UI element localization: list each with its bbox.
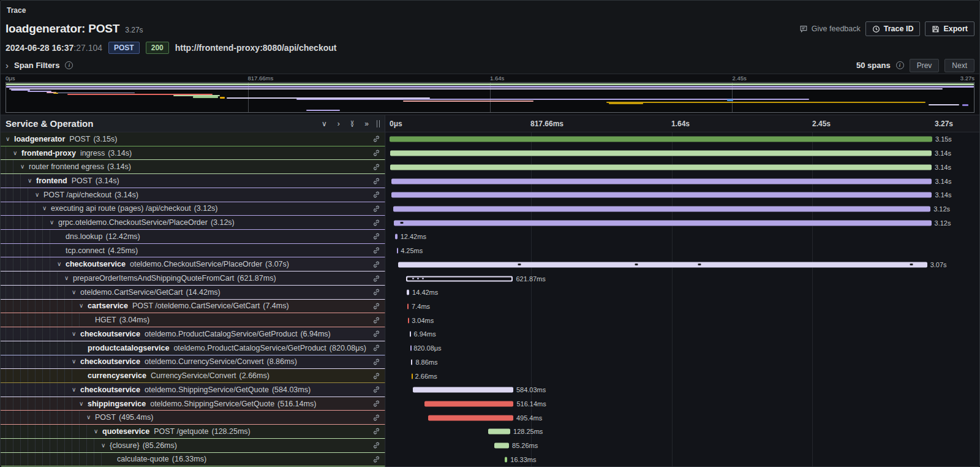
export-button[interactable]: Export — [925, 21, 974, 36]
span-link-icon[interactable] — [372, 330, 380, 338]
span-bar-cell[interactable]: 820.08μs — [385, 341, 979, 355]
expand-all-icon[interactable]: » — [364, 120, 369, 127]
span-bar-cell[interactable]: 128.25ms — [385, 425, 979, 439]
prev-button[interactable]: Prev — [910, 59, 940, 72]
span-row[interactable]: ∨ checkoutservice oteldemo.CurrencyServi… — [1, 355, 979, 370]
collapse-all-icon[interactable]: ∨∨ — [350, 121, 355, 127]
span-label-cell[interactable]: ∨ POST (495.4ms) — [1, 411, 385, 425]
span-bar[interactable] — [394, 220, 932, 226]
span-link-icon[interactable] — [372, 288, 380, 296]
expand-one-icon[interactable]: › — [337, 120, 340, 127]
pane-resize-handle[interactable] — [377, 120, 380, 127]
span-label-cell[interactable]: ∨ HGET (3.04ms) — [1, 313, 385, 327]
trace-minimap[interactable]: 0μs817.66ms1.64s2.45s3.27s — [1, 74, 979, 115]
span-bar[interactable] — [390, 151, 932, 156]
span-link-icon[interactable] — [372, 177, 380, 185]
span-label-cell[interactable]: ∨ calculate-quote (16.33ms) — [1, 453, 385, 466]
span-row[interactable]: ∨ prepareOrderItemsAndShippingQuoteFromC… — [1, 271, 979, 286]
span-bar[interactable] — [391, 192, 932, 198]
span-row[interactable]: ∨ calculate-quote (16.33ms) 16.33ms — [1, 453, 979, 466]
chevron-down-icon[interactable]: ∨ — [35, 192, 43, 198]
span-row[interactable]: ∨ checkoutservice oteldemo.ShippingServi… — [1, 383, 979, 397]
span-label-cell[interactable]: ∨ quoteservice POST /getquote (128.25ms) — [1, 425, 385, 439]
span-bar-cell[interactable]: 584.03ms — [385, 383, 979, 397]
next-button[interactable]: Next — [944, 59, 974, 72]
span-row[interactable]: ∨ HGET (3.04ms) 3.04ms — [1, 313, 979, 327]
span-bar-cell[interactable]: 516.14ms — [385, 397, 979, 411]
chevron-down-icon[interactable]: ∨ — [72, 289, 80, 295]
span-link-icon[interactable] — [372, 260, 380, 268]
span-row[interactable]: ∨ tcp.connect (4.25ms) 4.25ms — [1, 244, 979, 258]
span-link-icon[interactable] — [372, 149, 380, 157]
span-link-icon[interactable] — [372, 455, 380, 463]
span-label-cell[interactable]: ∨ checkoutservice oteldemo.CurrencyServi… — [1, 355, 385, 370]
info-icon[interactable]: i — [896, 61, 904, 69]
span-label-cell[interactable]: ∨ cartservice POST /oteldemo.CartService… — [1, 300, 385, 314]
span-link-icon[interactable] — [372, 358, 380, 366]
span-bar[interactable] — [428, 415, 513, 420]
span-link-icon[interactable] — [372, 344, 380, 352]
info-icon[interactable]: i — [65, 61, 73, 69]
chevron-down-icon[interactable]: ∨ — [94, 428, 102, 435]
span-row[interactable]: ∨ router frontend egress (3.14s) 3.14s — [1, 160, 979, 174]
span-bar[interactable] — [488, 429, 510, 435]
span-label-cell[interactable]: ∨ router frontend egress (3.14s) — [1, 160, 385, 174]
span-row[interactable]: ∨ cartservice POST /oteldemo.CartService… — [1, 300, 979, 314]
span-bar-cell[interactable]: 6.94ms — [385, 327, 979, 341]
span-label-cell[interactable]: ∨ frontend POST (3.14s) — [1, 174, 385, 188]
give-feedback-link[interactable]: Give feedback — [799, 25, 861, 33]
span-label-cell[interactable]: ∨ checkoutservice oteldemo.ProductCatalo… — [1, 327, 385, 341]
chevron-down-icon[interactable]: ∨ — [101, 442, 110, 449]
span-bar-cell[interactable]: 2.66ms — [385, 369, 979, 383]
span-label-cell[interactable]: ∨ shippingservice oteldemo.ShippingServi… — [1, 397, 385, 411]
span-link-icon[interactable] — [372, 441, 380, 449]
span-bar-cell[interactable]: 85.26ms — [385, 439, 979, 453]
span-label-cell[interactable]: ∨ productcatalogservice oteldemo.Product… — [1, 341, 385, 355]
chevron-down-icon[interactable]: ∨ — [20, 164, 29, 170]
span-bar-cell[interactable]: 495.4ms — [385, 411, 979, 425]
span-label-cell[interactable]: ∨ grpc.oteldemo.CheckoutService/PlaceOrd… — [1, 216, 385, 230]
span-row[interactable]: ∨ checkoutservice oteldemo.ProductCatalo… — [1, 327, 979, 341]
span-row[interactable]: ∨ grpc.oteldemo.CheckoutService/PlaceOrd… — [1, 216, 979, 230]
span-bar[interactable] — [390, 137, 932, 142]
span-label-cell[interactable]: ∨ currencyservice CurrencyService/Conver… — [1, 369, 385, 383]
span-link-icon[interactable] — [372, 163, 380, 171]
span-row[interactable]: ∨ frontend POST (3.14s) 3.14s — [1, 174, 979, 188]
span-row[interactable]: ∨ POST (495.4ms) 495.4ms — [1, 411, 979, 425]
chevron-down-icon[interactable]: ∨ — [6, 136, 14, 142]
span-label-cell[interactable]: ∨ dns.lookup (12.42ms) — [1, 230, 385, 244]
chevron-down-icon[interactable]: ∨ — [28, 178, 36, 184]
span-link-icon[interactable] — [372, 385, 380, 393]
span-bar-cell[interactable]: 3.15s — [385, 132, 979, 146]
span-bar-cell[interactable]: 3.14s — [385, 146, 979, 161]
trace-id-button[interactable]: Trace ID — [865, 21, 921, 36]
chevron-down-icon[interactable]: ∨ — [72, 331, 80, 337]
span-link-icon[interactable] — [372, 232, 380, 240]
span-bar-cell[interactable]: 621.87ms — [385, 271, 979, 286]
span-row[interactable]: ∨ currencyservice CurrencyService/Conver… — [1, 369, 979, 383]
span-label-cell[interactable]: ∨ {closure} (85.26ms) — [1, 439, 385, 453]
span-label-cell[interactable]: ∨ tcp.connect (4.25ms) — [1, 244, 385, 258]
span-link-icon[interactable] — [372, 316, 380, 324]
minimap-canvas[interactable] — [6, 82, 974, 113]
chevron-down-icon[interactable]: ∨ — [57, 261, 66, 267]
span-label-cell[interactable]: ∨ prepareOrderItemsAndShippingQuoteFromC… — [1, 271, 385, 286]
span-label-cell[interactable]: ∨ checkoutservice oteldemo.CheckoutServi… — [1, 257, 385, 271]
chevron-down-icon[interactable]: ∨ — [50, 219, 58, 226]
span-link-icon[interactable] — [372, 427, 380, 435]
chevron-down-icon[interactable]: ∨ — [42, 205, 51, 211]
chevron-down-icon[interactable]: ∨ — [13, 150, 21, 156]
span-row[interactable]: ∨ shippingservice oteldemo.ShippingServi… — [1, 397, 979, 411]
span-filters-toggle[interactable]: › Span Filters i — [6, 61, 73, 70]
span-link-icon[interactable] — [372, 135, 380, 143]
span-link-icon[interactable] — [372, 275, 380, 283]
span-bar-cell[interactable]: 3.12s — [385, 202, 979, 216]
span-link-icon[interactable] — [372, 414, 380, 422]
span-row[interactable]: ∨ frontend-proxy ingress (3.14s) 3.14s — [1, 146, 979, 161]
span-bar-cell[interactable]: 12.42ms — [385, 230, 979, 244]
chevron-down-icon[interactable]: ∨ — [72, 359, 80, 365]
span-row[interactable]: ∨ quoteservice POST /getquote (128.25ms)… — [1, 425, 979, 439]
span-bar-cell[interactable]: 8.86ms — [385, 355, 979, 370]
chevron-down-icon[interactable]: ∨ — [79, 303, 88, 309]
span-row[interactable]: ∨ checkoutservice oteldemo.CheckoutServi… — [1, 257, 979, 271]
